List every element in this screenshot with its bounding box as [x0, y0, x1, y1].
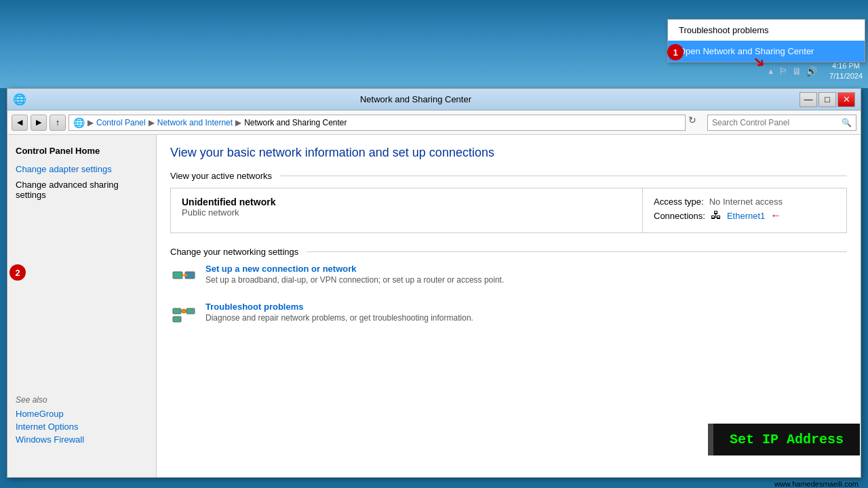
new-connection-icon [170, 264, 197, 291]
breadcrumb-current: Network and Sharing Center [244, 118, 347, 127]
network-info-box: Unidentified network Public network Acce… [170, 188, 847, 233]
new-connection-link[interactable]: Set up a new connection or network [205, 264, 356, 274]
address-bar: ◀ ▶ ↑ 🌐 ▶ Control Panel ▶ Network and In… [7, 110, 861, 135]
window-icon: 🌐 [13, 93, 26, 106]
network-monitor-icon[interactable]: 🖥 [792, 66, 802, 77]
sidebar: Control Panel Home Change adapter settin… [7, 135, 157, 477]
troubleshoot-text: Troubleshoot problems Diagnose and repai… [205, 302, 847, 323]
tray-clock: 4:16 PM 7/11/2024 [824, 61, 863, 82]
svg-rect-0 [173, 272, 182, 279]
search-box: 🔍 [707, 115, 856, 131]
connections-row: Connections: 🖧 Ethernet1 ← [654, 209, 835, 222]
sidebar-home-label[interactable]: Control Panel Home [16, 146, 148, 156]
ethernet-icon: 🖧 [711, 209, 722, 222]
sidebar-link-change-adapter[interactable]: Change adapter settings [16, 164, 148, 174]
sidebar-internet-options[interactable]: Internet Options [16, 422, 148, 432]
active-networks-header: View your active networks [170, 171, 847, 181]
arrow-ethernet: ← [770, 209, 781, 222]
tray-date: 7/11/2024 [829, 71, 863, 81]
new-connection-item: Set up a new connection or network Set u… [170, 264, 847, 291]
breadcrumb-control-panel[interactable]: Control Panel [96, 118, 146, 127]
troubleshoot-icon [170, 302, 197, 329]
new-connection-desc: Set up a broadband, dial-up, or VPN conn… [205, 275, 847, 285]
see-also-title: See also [16, 395, 148, 405]
search-icon[interactable]: 🔍 [842, 118, 852, 127]
troubleshoot-menu-item[interactable]: Troubleshoot problems [668, 20, 865, 41]
access-type-value: No Internet access [709, 197, 783, 207]
minimize-button[interactable]: — [800, 92, 817, 107]
see-also-section: See also HomeGroup Internet Options Wind… [16, 395, 148, 445]
up-button[interactable]: ↑ [50, 115, 66, 131]
connections-label: Connections: [654, 211, 705, 221]
breadcrumb-network-internet[interactable]: Network and Internet [157, 118, 233, 127]
breadcrumb-icon: 🌐 [73, 117, 85, 128]
troubleshoot-desc: Diagnose and repair network problems, or… [205, 313, 847, 323]
volume-icon[interactable]: 🔊 [806, 66, 817, 77]
breadcrumb-bar: 🌐 ▶ Control Panel ▶ Network and Internet… [68, 115, 686, 131]
maximize-button[interactable]: □ [818, 92, 836, 107]
network-type: Public network [182, 207, 631, 218]
page-title: View your basic network information and … [170, 146, 847, 160]
step-badge-2: 2 [9, 264, 26, 281]
svg-point-8 [182, 309, 186, 313]
watermark-text: www.hamedesmaeili.com [774, 480, 859, 488]
sidebar-homegroup[interactable]: HomeGroup [16, 409, 148, 419]
change-settings-header: Change your networking settings [170, 247, 847, 257]
ethernet-link[interactable]: Ethernet1 [727, 211, 765, 221]
network-info-left: Unidentified network Public network [171, 188, 643, 232]
step-badge-1: 1 [667, 44, 684, 60]
refresh-button[interactable]: ↻ [688, 115, 705, 131]
title-bar: 🌐 Network and Sharing Center — □ ✕ [7, 89, 861, 110]
access-type-row: Access type: No Internet access [654, 197, 835, 207]
close-button[interactable]: ✕ [837, 92, 855, 107]
svg-rect-5 [186, 308, 195, 314]
troubleshoot-item: Troubleshoot problems Diagnose and repai… [170, 302, 847, 329]
network-sharing-center-window: 🌐 Network and Sharing Center — □ ✕ ◀ ▶ ↑… [7, 88, 861, 478]
network-flag-icon[interactable]: 🏳 [778, 66, 788, 77]
back-button[interactable]: ◀ [12, 115, 28, 131]
troubleshoot-link[interactable]: Troubleshoot problems [205, 302, 303, 312]
svg-rect-4 [173, 308, 181, 314]
tray-expand-icon[interactable]: ▲ [767, 67, 774, 75]
svg-rect-6 [173, 317, 181, 322]
window-title: Network and Sharing Center [32, 94, 800, 104]
new-connection-text: Set up a new connection or network Set u… [205, 264, 847, 285]
sidebar-windows-firewall[interactable]: Windows Firewall [16, 434, 148, 445]
network-info-right: Access type: No Internet access Connecti… [643, 188, 846, 232]
search-input[interactable] [712, 118, 842, 127]
forward-button[interactable]: ▶ [31, 115, 47, 131]
window-controls: — □ ✕ [800, 92, 855, 107]
access-type-label: Access type: [654, 197, 704, 207]
network-name: Unidentified network [182, 197, 631, 207]
watermark: www.hamedesmaeili.com [774, 445, 859, 453]
sidebar-link-change-sharing[interactable]: Change advanced sharing settings [16, 180, 148, 200]
tray-time: 4:16 PM [829, 61, 863, 71]
